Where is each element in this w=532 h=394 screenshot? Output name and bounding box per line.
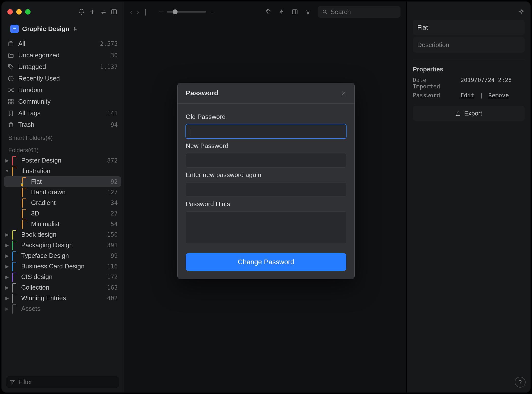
- dialog-title: Password: [186, 89, 218, 97]
- new-password-label: New Password: [186, 142, 346, 150]
- old-password-input[interactable]: [186, 124, 346, 139]
- password-hints-label: Password Hints: [186, 200, 346, 208]
- dialog-body: Old Password New Password Enter new pass…: [177, 104, 355, 279]
- change-password-button[interactable]: Change Password: [186, 253, 346, 271]
- modal-overlay: Password Old Password New Password Enter…: [1, 1, 531, 393]
- app-window: Graphic Design ⇅ All 2,575 Uncategorized…: [1, 1, 531, 393]
- confirm-password-input[interactable]: [186, 182, 346, 197]
- new-password-input[interactable]: [186, 153, 346, 168]
- old-password-label: Old Password: [186, 113, 346, 121]
- password-dialog: Password Old Password New Password Enter…: [177, 83, 355, 279]
- confirm-password-label: Enter new password again: [186, 171, 346, 179]
- password-hints-input[interactable]: [186, 211, 346, 244]
- dialog-close-button[interactable]: [341, 90, 346, 96]
- dialog-header: Password: [177, 83, 355, 104]
